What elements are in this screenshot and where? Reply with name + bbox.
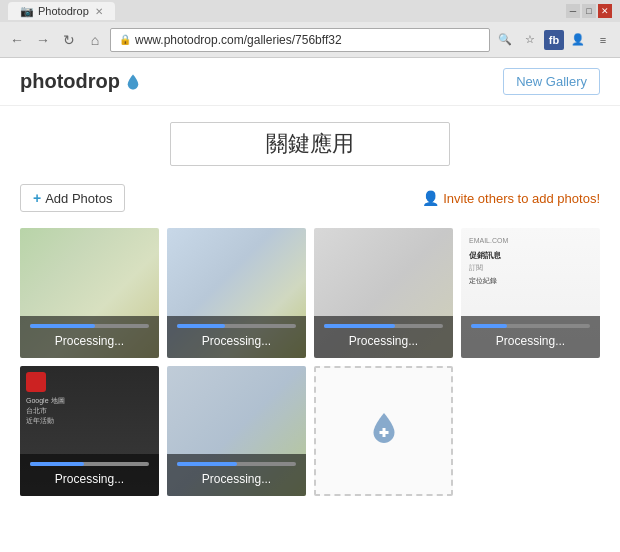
site-logo: photodrop: [20, 70, 142, 93]
progress-bar-fill-4: [471, 324, 507, 328]
processing-label-2: Processing...: [177, 334, 296, 348]
progress-bar-bg-5: [30, 462, 149, 466]
gallery-toolbar: + Add Photos 👤 Invite others to add phot…: [0, 176, 620, 220]
bookmark-icon[interactable]: ☆: [519, 29, 541, 51]
logo-photo: photo: [20, 70, 76, 93]
search-icon[interactable]: 🔍: [494, 29, 516, 51]
progress-bar-bg-6: [177, 462, 296, 466]
photo-cell-1[interactable]: Processing...: [20, 228, 159, 358]
processing-overlay-3: Processing...: [314, 316, 453, 358]
tab-close-btn[interactable]: ✕: [95, 6, 103, 17]
photo-cell-2[interactable]: Processing...: [167, 228, 306, 358]
processing-overlay-2: Processing...: [167, 316, 306, 358]
maximize-button[interactable]: □: [582, 4, 596, 18]
url-text: www.photodrop.com/galleries/756bff32: [135, 33, 342, 47]
processing-overlay-4: Processing...: [461, 316, 600, 358]
lock-icon: 🔒: [119, 34, 131, 45]
photo-cell-5[interactable]: Google 地圖台北市近年活動 Processing...: [20, 366, 159, 496]
processing-overlay-5: Processing...: [20, 454, 159, 496]
invite-button[interactable]: 👤 Invite others to add photos!: [422, 190, 600, 206]
progress-bar-fill-2: [177, 324, 225, 328]
photo-cell-inner-1: Processing...: [20, 228, 159, 358]
gallery-title-section: [0, 106, 620, 176]
photo-cell-inner-3: Processing...: [314, 228, 453, 358]
forward-button[interactable]: →: [32, 29, 54, 51]
add-photo-plus-icon: [368, 410, 400, 453]
processing-label-4: Processing...: [471, 334, 590, 348]
photo-cell-4[interactable]: EMAIL.COM 促銷訊息 訂閱 定位紀錄 Processing...: [461, 228, 600, 358]
processing-overlay-6: Processing...: [167, 454, 306, 496]
progress-bar-bg-4: [471, 324, 590, 328]
progress-bar-fill-6: [177, 462, 237, 466]
gallery-title-input[interactable]: [170, 122, 450, 166]
add-photos-label: Add Photos: [45, 191, 112, 206]
close-button[interactable]: ✕: [598, 4, 612, 18]
tab-title: Photodrop: [38, 5, 89, 17]
progress-bar-fill-1: [30, 324, 95, 328]
nav-bar: ← → ↻ ⌂ 🔒 www.photodrop.com/galleries/75…: [0, 22, 620, 58]
processing-overlay-1: Processing...: [20, 316, 159, 358]
nav-icons: 🔍 ☆ fb 👤 ≡: [494, 29, 614, 51]
tab-favicon: 📷: [20, 5, 32, 17]
processing-label-1: Processing...: [30, 334, 149, 348]
processing-label-5: Processing...: [30, 472, 149, 486]
progress-bar-fill-3: [324, 324, 395, 328]
add-photo-placeholder[interactable]: [314, 366, 453, 496]
photo-grid: Processing... Processing...: [0, 220, 620, 504]
progress-bar-bg-3: [324, 324, 443, 328]
address-bar[interactable]: 🔒 www.photodrop.com/galleries/756bff32: [110, 28, 490, 52]
facebook-icon[interactable]: fb: [544, 30, 564, 50]
progress-bar-bg-2: [177, 324, 296, 328]
photo-cell-inner-6: Processing...: [167, 366, 306, 496]
logo-drop: drop: [76, 70, 120, 93]
window-controls: ─ □ ✕: [566, 4, 612, 18]
home-button[interactable]: ⌂: [84, 29, 106, 51]
photo-cell-6[interactable]: Processing...: [167, 366, 306, 496]
user-icon[interactable]: 👤: [567, 29, 589, 51]
refresh-button[interactable]: ↻: [58, 29, 80, 51]
plus-icon: +: [33, 190, 41, 206]
person-icon: 👤: [422, 190, 439, 206]
title-bar: 📷 Photodrop ✕ ─ □ ✕: [0, 0, 620, 22]
processing-label-3: Processing...: [324, 334, 443, 348]
new-gallery-button[interactable]: New Gallery: [503, 68, 600, 95]
progress-bar-fill-5: [30, 462, 84, 466]
page-content: photodrop New Gallery + Add Photos 👤: [0, 58, 620, 552]
browser-tab[interactable]: 📷 Photodrop ✕: [8, 2, 115, 20]
invite-label: Invite others to add photos!: [443, 191, 600, 206]
page-inner: photodrop New Gallery + Add Photos 👤: [0, 58, 620, 552]
processing-label-6: Processing...: [177, 472, 296, 486]
add-photos-button[interactable]: + Add Photos: [20, 184, 125, 212]
site-header: photodrop New Gallery: [0, 58, 620, 106]
minimize-button[interactable]: ─: [566, 4, 580, 18]
logo-drop-icon: [124, 73, 142, 91]
photo-cell-inner-5: Google 地圖台北市近年活動 Processing...: [20, 366, 159, 496]
photo-cell-3[interactable]: Processing...: [314, 228, 453, 358]
menu-icon[interactable]: ≡: [592, 29, 614, 51]
photo-cell-inner-4: EMAIL.COM 促銷訊息 訂閱 定位紀錄 Processing...: [461, 228, 600, 358]
browser-window: 📷 Photodrop ✕ ─ □ ✕ ← → ↻ ⌂ 🔒 www.photod…: [0, 0, 620, 552]
back-button[interactable]: ←: [6, 29, 28, 51]
photo-cell-inner-2: Processing...: [167, 228, 306, 358]
progress-bar-bg-1: [30, 324, 149, 328]
